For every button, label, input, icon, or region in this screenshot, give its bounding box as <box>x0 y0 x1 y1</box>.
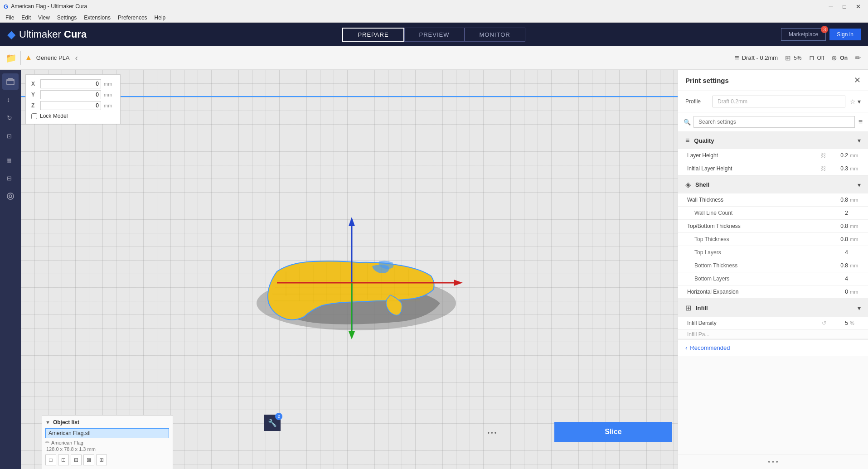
settings-menu-icon[interactable]: ≡ <box>858 118 863 126</box>
object-icons-row: □ ⊡ ⊟ ⊠ ⊞ <box>45 454 169 465</box>
x-label: X <box>31 81 38 87</box>
menu-edit[interactable]: Edit <box>18 14 34 22</box>
top-layers-value[interactable]: 4 <box>830 249 848 256</box>
obj-icon-2[interactable]: ⊡ <box>58 454 69 465</box>
layer-height-value[interactable]: 0.2 <box>830 152 848 159</box>
bottom-thickness-row: Bottom Thickness 0.8 mm <box>678 259 868 272</box>
sidebar-tool-rotate[interactable]: ↻ <box>2 110 19 126</box>
top-bottom-thickness-value[interactable]: 0.8 <box>830 223 848 229</box>
infill-density-row: Infill Density ↺ 5 % <box>678 317 868 330</box>
settings-three-dots[interactable]: • • • <box>678 454 868 469</box>
shell-chevron: ▾ <box>858 181 861 189</box>
slice-button[interactable]: Slice <box>554 422 672 442</box>
section-quality-header[interactable]: ≡ Quality ▾ <box>678 132 868 149</box>
horizontal-expansion-value[interactable]: 0 <box>830 289 848 295</box>
logo-text: Ultimaker Cura <box>19 29 87 40</box>
z-input[interactable] <box>40 101 101 110</box>
marketplace-button[interactable]: Marketplace 3 <box>781 28 826 41</box>
wall-thickness-value[interactable]: 0.8 <box>830 197 848 203</box>
object-edit-label: American Flag <box>51 440 83 445</box>
horizontal-expansion-unit: mm <box>850 289 861 295</box>
folder-icon[interactable]: 📁 <box>5 53 17 63</box>
section-shell-header[interactable]: ◈ Shell ▾ <box>678 176 868 193</box>
recommended-button[interactable]: ‹ Recommended <box>678 339 868 356</box>
y-unit: mm <box>104 92 115 97</box>
infill-icon: ⊞ <box>785 54 791 62</box>
x-input[interactable] <box>40 79 101 88</box>
layer-height-link[interactable]: ⛓ <box>821 152 826 159</box>
infill-density-value[interactable]: 5 <box>830 320 848 326</box>
nav-prepare[interactable]: PREPARE <box>342 28 404 42</box>
sidebar-tool-object[interactable] <box>2 188 19 204</box>
panel-title: Print settings <box>685 77 729 84</box>
sidebar-tool-open[interactable] <box>2 73 19 90</box>
obj-icon-3[interactable]: ⊟ <box>71 454 82 465</box>
edit-settings-icon[interactable]: ✏ <box>855 53 861 62</box>
section-shell-header-left: ◈ Shell <box>685 180 709 189</box>
obj-icon-4[interactable]: ⊠ <box>83 454 94 465</box>
svg-point-7 <box>9 195 12 198</box>
app-header-right: Marketplace 3 Sign in <box>781 28 861 41</box>
infill-density-link[interactable]: ↺ <box>822 320 826 326</box>
object-label-row: ✏ American Flag <box>45 440 169 445</box>
z-unit: mm <box>104 103 115 108</box>
canvas-top-bar: 📁 ▲ Generic PLA ‹ ≡ Draft - 0.2mm ⊞ 5% ⊓… <box>0 46 868 70</box>
profile-dropdown[interactable]: Draft 0.2mm <box>713 96 845 107</box>
menu-settings[interactable]: Settings <box>53 14 80 22</box>
bottom-layers-label: Bottom Layers <box>694 276 830 282</box>
menu-bar: File Edit View Settings Extensions Prefe… <box>0 13 868 23</box>
nav-preview[interactable]: PREVIEW <box>404 28 465 42</box>
y-input[interactable] <box>40 90 101 99</box>
menu-help[interactable]: Help <box>151 14 170 22</box>
bottom-layers-value[interactable]: 4 <box>830 276 848 282</box>
menu-preferences[interactable]: Preferences <box>114 14 151 22</box>
profile-chevron[interactable]: ▾ <box>858 98 861 105</box>
obj-icon-1[interactable]: □ <box>45 454 56 465</box>
section-infill-header[interactable]: ⊞ Infill ▾ <box>678 299 868 317</box>
lock-model-checkbox[interactable] <box>31 113 37 119</box>
top-thickness-row: Top Thickness 0.8 mm <box>678 233 868 246</box>
nav-monitor[interactable]: MONITOR <box>465 28 525 42</box>
collapse-left-btn[interactable]: ‹ <box>75 53 78 63</box>
minimize-button[interactable]: ─ <box>824 2 837 11</box>
object-item[interactable]: American Flag.stl <box>45 428 169 438</box>
initial-layer-height-link[interactable]: ⛓ <box>821 165 826 172</box>
three-dots[interactable]: • • • <box>488 430 496 436</box>
z-label: Z <box>31 102 38 109</box>
initial-layer-height-value[interactable]: 0.3 <box>830 165 848 172</box>
menu-extensions[interactable]: Extensions <box>80 14 114 22</box>
menu-file[interactable]: File <box>2 14 18 22</box>
profile-item: ≡ Draft - 0.2mm <box>735 53 778 63</box>
quality-chevron: ▾ <box>858 137 861 144</box>
sidebar-tool-layers[interactable]: ⊟ <box>2 170 19 186</box>
wall-line-count-value[interactable]: 2 <box>830 210 848 216</box>
sidebar-tool-scale[interactable]: ↕ <box>2 92 19 108</box>
wrench-button[interactable]: 🔧 2 <box>264 415 281 431</box>
object-list-collapse[interactable]: ▼ <box>45 420 50 425</box>
panel-header: Print settings ✕ <box>678 70 868 91</box>
obj-icon-5[interactable]: ⊞ <box>96 454 107 465</box>
logo-icon: ◆ <box>7 28 15 41</box>
sidebar-tool-mirror[interactable]: ⊡ <box>2 128 19 144</box>
wall-thickness-unit: mm <box>850 197 861 203</box>
search-input[interactable] <box>693 116 855 128</box>
sidebar-tool-support[interactable]: ▦ <box>2 152 19 168</box>
svg-marker-26 <box>454 280 463 286</box>
top-thickness-value[interactable]: 0.8 <box>830 236 848 242</box>
profile-star[interactable]: ☆ <box>850 98 856 105</box>
top-thickness-unit: mm <box>850 237 861 242</box>
close-button[interactable]: ✕ <box>852 2 864 11</box>
maximize-button[interactable]: □ <box>838 2 851 11</box>
shell-title: Shell <box>695 181 709 188</box>
menu-view[interactable]: View <box>34 14 53 22</box>
top-layers-label: Top Layers <box>694 249 830 256</box>
bottom-thickness-value[interactable]: 0.8 <box>830 262 848 269</box>
model-container[interactable] <box>232 213 467 339</box>
shell-icon: ◈ <box>685 180 691 189</box>
signin-button[interactable]: Sign in <box>829 29 861 40</box>
top-bottom-thickness-spacer: ⛓ <box>821 223 826 229</box>
canvas-area: X mm Y mm Z mm Lock Model <box>21 70 678 469</box>
panel-close-button[interactable]: ✕ <box>854 75 861 85</box>
horizontal-expansion-label: Horizontal Expansion <box>687 289 821 295</box>
adhesion-item: ⊕ On <box>831 54 848 62</box>
